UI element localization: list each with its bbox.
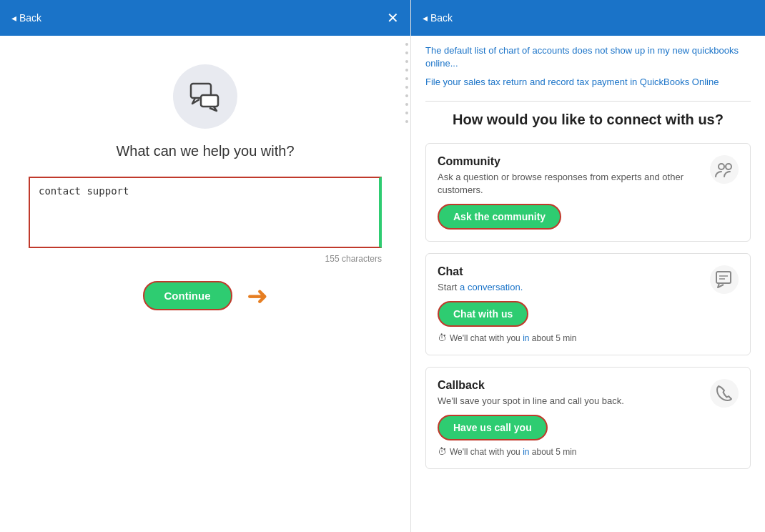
community-card-title: Community — [438, 155, 701, 168]
left-panel: ◂ Back ✕ What can we help you with? cont… — [0, 0, 411, 532]
right-panel: ◂ Back The default list of chart of acco… — [411, 0, 765, 532]
callback-card: Callback We'll save your spot in line an… — [425, 367, 751, 469]
right-header: ◂ Back — [411, 0, 765, 36]
chat-card: Chat Start a conversation. Chat with us … — [425, 253, 751, 355]
callback-card-title: Callback — [438, 379, 701, 392]
scroll-dot — [405, 77, 408, 80]
community-card: Community Ask a question or browse respo… — [425, 143, 751, 242]
left-back-link[interactable]: ◂ Back — [11, 12, 41, 24]
right-content: The default list of chart of accounts do… — [411, 36, 765, 532]
wait-text: We'll chat with you in about 5 min — [450, 333, 577, 343]
scroll-dot — [405, 112, 408, 114]
scroll-dot — [405, 43, 408, 46]
wait-in: in — [523, 333, 529, 343]
scroll-dot — [405, 86, 408, 89]
callback-wait-in: in — [523, 447, 529, 457]
continue-row: Continue ➜ — [143, 281, 268, 310]
scroll-dot — [405, 103, 408, 106]
support-textarea[interactable]: contact support — [29, 177, 382, 248]
chat-wait-time: ⏱ We'll chat with you in about 5 min — [438, 332, 701, 343]
callback-card-text: Callback We'll save your spot in line an… — [438, 379, 701, 457]
chat-card-title: Chat — [438, 265, 701, 278]
scroll-dot — [405, 120, 408, 123]
chat-icon — [710, 265, 739, 294]
svg-rect-1 — [201, 95, 218, 107]
scroll-dot — [405, 60, 408, 63]
community-card-text: Community Ask a question or browse respo… — [438, 155, 701, 230]
have-us-call-you-button[interactable]: Have us call you — [438, 415, 548, 440]
svg-point-3 — [726, 164, 731, 169]
ask-community-button[interactable]: Ask the community — [438, 204, 561, 230]
community-card-desc: Ask a question or browse responses from … — [438, 171, 701, 197]
callback-card-desc: We'll save your spot in line and call yo… — [438, 395, 701, 408]
chat-bubbles-icon — [188, 79, 222, 114]
chat-card-desc: Start a conversation. — [438, 281, 701, 294]
svg-point-2 — [719, 164, 724, 169]
svg-rect-4 — [716, 272, 731, 283]
suggested-link-1[interactable]: The default list of chart of accounts do… — [425, 44, 751, 70]
arrow-right-icon: ➜ — [247, 283, 268, 309]
textarea-wrapper: contact support 155 characters — [29, 177, 382, 264]
scroll-dot — [405, 51, 408, 54]
left-title: What can we help you with? — [116, 143, 294, 159]
connect-title: How would you like to connect with us? — [425, 110, 751, 129]
scroll-dots — [403, 36, 410, 532]
conversation-link[interactable]: a conversation. — [460, 282, 523, 292]
continue-button[interactable]: Continue — [143, 281, 232, 310]
chat-with-us-button[interactable]: Chat with us — [438, 301, 528, 327]
clock-icon-2: ⏱ — [438, 446, 447, 457]
left-header: ◂ Back ✕ — [0, 0, 410, 36]
suggested-link-2[interactable]: File your sales tax return and record ta… — [425, 76, 751, 89]
community-icon — [710, 155, 739, 184]
scroll-dot — [405, 69, 408, 72]
scroll-dot — [405, 94, 408, 97]
right-back-link[interactable]: ◂ Back — [423, 12, 453, 24]
divider — [425, 101, 751, 102]
callback-wait-text: We'll chat with you in about 5 min — [450, 447, 577, 457]
phone-icon — [710, 379, 739, 408]
clock-icon: ⏱ — [438, 332, 447, 343]
char-count: 155 characters — [29, 254, 382, 264]
left-content: What can we help you with? contact suppo… — [0, 36, 410, 532]
callback-wait-time: ⏱ We'll chat with you in about 5 min — [438, 446, 701, 457]
suggested-links: The default list of chart of accounts do… — [425, 44, 751, 89]
chat-bubbles-icon-container — [173, 64, 237, 129]
chat-card-text: Chat Start a conversation. Chat with us … — [438, 265, 701, 343]
close-button[interactable]: ✕ — [387, 11, 399, 25]
